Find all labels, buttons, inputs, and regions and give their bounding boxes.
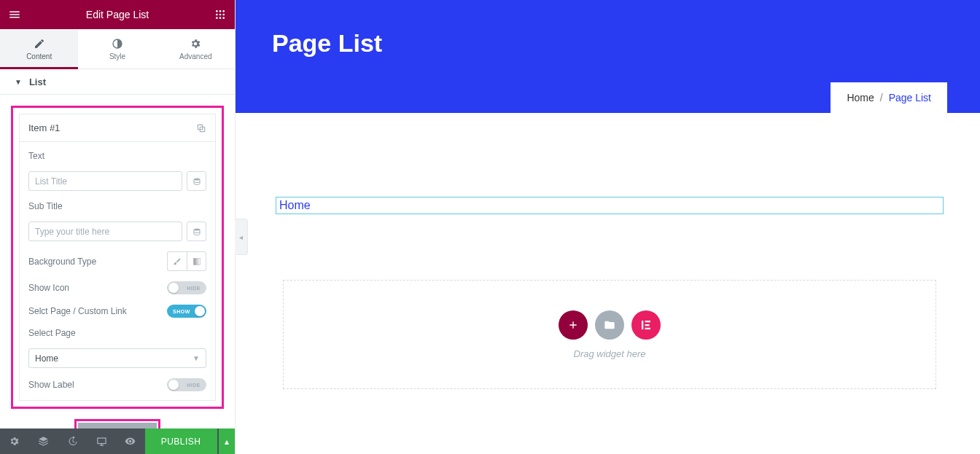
tab-advanced-label: Advanced	[179, 52, 211, 60]
repeater-item-header[interactable]: Item #1	[20, 114, 215, 142]
tab-advanced[interactable]: Advanced	[157, 29, 235, 69]
breadcrumb-home[interactable]: Home	[847, 92, 874, 103]
highlight-box-add: ADD ITEM	[74, 419, 161, 428]
toggle-show-icon[interactable]: HIDE	[167, 281, 206, 294]
panel-collapse-button[interactable]: ◂	[235, 219, 248, 255]
navigator-icon[interactable]	[29, 428, 58, 454]
panel-title: Edit Page List	[86, 9, 149, 20]
breadcrumb: Home / Page List	[831, 82, 947, 113]
breadcrumb-current[interactable]: Page List	[889, 92, 931, 103]
svg-point-2	[222, 10, 225, 12]
svg-point-4	[219, 14, 222, 16]
apps-icon[interactable]	[213, 7, 228, 22]
elementskit-button[interactable]	[631, 310, 661, 340]
svg-point-0	[216, 10, 218, 12]
svg-point-5	[222, 14, 225, 16]
tab-style[interactable]: Style	[78, 29, 156, 69]
toggle-select-mode[interactable]: SHOW	[167, 305, 206, 318]
svg-rect-13	[193, 258, 200, 265]
add-item-label: ADD ITEM	[104, 428, 146, 428]
label-subtitle: Sub Title	[28, 201, 206, 211]
menu-icon[interactable]	[7, 7, 22, 22]
caret-down-icon: ▼	[15, 78, 22, 86]
drop-area[interactable]: Drag widget here	[283, 280, 936, 389]
toggle-show-icon-state: HIDE	[187, 286, 201, 291]
page-title: Page List	[272, 29, 944, 58]
dynamic-tags-button[interactable]	[187, 222, 206, 241]
subtitle-input[interactable]	[28, 222, 182, 241]
select-page[interactable]: Home ▼	[28, 348, 206, 368]
add-section-button[interactable]	[559, 310, 588, 340]
chevron-down-icon: ▼	[192, 354, 200, 362]
tab-content-label: Content	[26, 52, 52, 60]
text-input[interactable]	[28, 171, 182, 191]
publish-button[interactable]: PUBLISH	[145, 428, 217, 454]
bg-type-gradient[interactable]	[187, 251, 206, 271]
tab-content[interactable]: Content	[0, 29, 78, 69]
add-item-button[interactable]: ADD ITEM	[78, 423, 158, 428]
svg-point-1	[219, 10, 222, 12]
label-select-mode: Selct Page / Custom Link	[28, 306, 127, 316]
toggle-show-label[interactable]: HIDE	[167, 378, 206, 391]
repeater-item-title: Item #1	[28, 122, 60, 133]
label-show-label: Show Label	[28, 380, 74, 390]
page-list-widget[interactable]: Home	[276, 197, 944, 214]
svg-point-8	[222, 17, 225, 19]
drop-hint: Drag widget here	[574, 348, 646, 359]
responsive-icon[interactable]	[87, 428, 116, 454]
label-text: Text	[28, 151, 206, 161]
tab-style-label: Style	[109, 52, 125, 60]
section-list-label: List	[29, 77, 46, 87]
page-list-item-link[interactable]: Home	[279, 199, 311, 211]
select-page-value: Home	[35, 353, 58, 364]
history-icon[interactable]	[58, 428, 87, 454]
label-select-page: Select Page	[28, 328, 206, 338]
svg-point-7	[219, 17, 222, 19]
bg-type-classic[interactable]	[167, 251, 187, 271]
dynamic-tags-button[interactable]	[187, 171, 206, 191]
toggle-select-mode-state: SHOW	[173, 309, 190, 314]
svg-point-6	[216, 17, 218, 19]
settings-icon[interactable]	[0, 428, 29, 454]
breadcrumb-separator: /	[880, 92, 883, 103]
label-show-icon: Show Icon	[28, 283, 69, 293]
svg-point-3	[216, 14, 218, 16]
svg-point-11	[194, 178, 200, 180]
duplicate-icon[interactable]	[196, 123, 206, 133]
publish-options-button[interactable]: ▴	[217, 428, 236, 454]
add-template-button[interactable]	[595, 310, 624, 340]
svg-point-12	[194, 228, 200, 230]
section-list-toggle[interactable]: ▼ List	[0, 69, 235, 95]
highlight-box: Item #1 Text Sub Title	[11, 106, 224, 409]
label-bg-type: Background Type	[28, 257, 96, 267]
toggle-show-label-state: HIDE	[187, 383, 201, 388]
preview-icon[interactable]	[116, 428, 145, 454]
